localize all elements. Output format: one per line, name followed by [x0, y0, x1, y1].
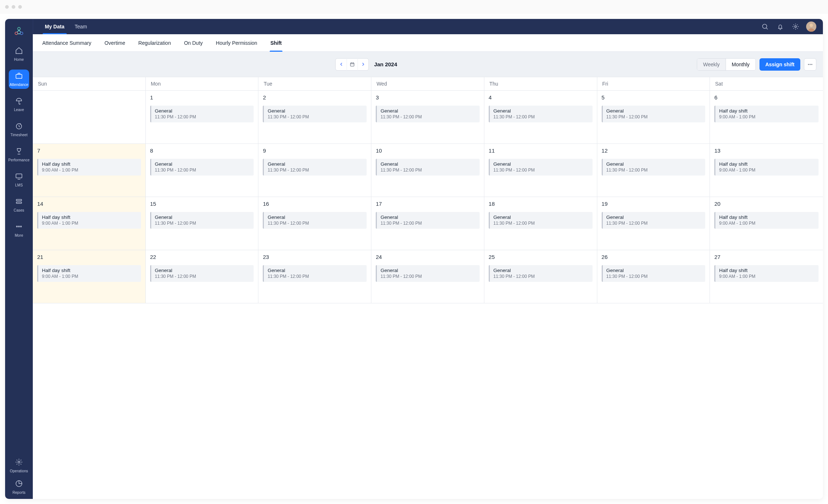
calendar-cell[interactable]: 11General11:30 PM - 12:00 PM — [484, 144, 597, 197]
calendar-cell[interactable]: 14Half day shift9:00 AM - 1:00 PM — [33, 197, 146, 250]
shift-chip[interactable]: General11:30 PM - 12:00 PM — [489, 106, 593, 122]
shift-chip[interactable]: General11:30 PM - 12:00 PM — [602, 212, 706, 229]
calendar-icon[interactable] — [347, 58, 358, 71]
svg-point-9 — [19, 226, 20, 227]
sidebar-item-home[interactable]: Home — [9, 44, 29, 64]
shift-time: 11:30 PM - 12:00 PM — [493, 221, 589, 226]
day-number: 25 — [489, 254, 593, 260]
sidebar-item-cases[interactable]: Cases — [9, 195, 29, 214]
tab-my-data[interactable]: My Data — [40, 19, 70, 34]
shift-chip[interactable]: General11:30 PM - 12:00 PM — [150, 159, 254, 176]
shift-chip[interactable]: Half day shift9:00 AM - 1:00 PM — [714, 159, 819, 176]
shift-chip[interactable]: General11:30 PM - 12:00 PM — [376, 159, 480, 176]
shift-chip[interactable]: General11:30 PM - 12:00 PM — [150, 212, 254, 229]
next-month-button[interactable] — [358, 58, 368, 71]
shift-chip[interactable]: General11:30 PM - 12:00 PM — [263, 159, 367, 176]
calendar-cell[interactable]: 25General11:30 PM - 12:00 PM — [484, 250, 597, 303]
calendar-cell[interactable]: 16General11:30 PM - 12:00 PM — [258, 197, 371, 250]
svg-point-11 — [18, 461, 20, 463]
shift-chip[interactable]: General11:30 PM - 12:00 PM — [489, 212, 593, 229]
subtabs: Attendance Summary Overtime Regularizati… — [33, 34, 823, 52]
view-toggle-weekly[interactable]: Weekly — [697, 59, 726, 70]
search-icon[interactable] — [761, 23, 769, 31]
shift-chip[interactable]: Half day shift9:00 AM - 1:00 PM — [714, 212, 819, 229]
sidebar-item-operations[interactable]: Operations — [9, 456, 29, 475]
calendar-cell[interactable]: 12General11:30 PM - 12:00 PM — [597, 144, 710, 197]
calendar-cell[interactable]: 19General11:30 PM - 12:00 PM — [597, 197, 710, 250]
shift-chip[interactable]: General11:30 PM - 12:00 PM — [602, 265, 706, 282]
assign-shift-button[interactable]: Assign shift — [759, 58, 800, 71]
shift-chip[interactable]: General11:30 PM - 12:00 PM — [602, 106, 706, 122]
calendar-cell[interactable]: 1General11:30 PM - 12:00 PM — [146, 91, 259, 144]
shift-title: General — [155, 108, 250, 114]
calendar-cell[interactable]: 8General11:30 PM - 12:00 PM — [146, 144, 259, 197]
sidebar-item-more[interactable]: More — [9, 220, 29, 240]
tab-label: Team — [75, 24, 87, 29]
shift-chip[interactable]: General11:30 PM - 12:00 PM — [263, 106, 367, 122]
calendar-cell[interactable]: 21Half day shift9:00 AM - 1:00 PM — [33, 250, 146, 303]
subtab-regularization[interactable]: Regularization — [132, 34, 177, 52]
shift-chip[interactable]: Half day shift9:00 AM - 1:00 PM — [714, 265, 819, 282]
subtab-attendance-summary[interactable]: Attendance Summary — [36, 34, 98, 52]
calendar-cell[interactable]: 27Half day shift9:00 AM - 1:00 PM — [710, 250, 823, 303]
sidebar-item-lms[interactable]: LMS — [9, 170, 29, 189]
shift-chip[interactable]: General11:30 PM - 12:00 PM — [150, 106, 254, 122]
calendar-cell[interactable]: 9General11:30 PM - 12:00 PM — [258, 144, 371, 197]
calendar-cell[interactable]: 3General11:30 PM - 12:00 PM — [371, 91, 484, 144]
shift-chip[interactable]: Half day shift9:00 AM - 1:00 PM — [714, 106, 819, 122]
subtab-overtime[interactable]: Overtime — [98, 34, 132, 52]
shift-chip[interactable]: General11:30 PM - 12:00 PM — [376, 212, 480, 229]
calendar-cell[interactable]: 13Half day shift9:00 AM - 1:00 PM — [710, 144, 823, 197]
shift-chip[interactable]: General11:30 PM - 12:00 PM — [376, 265, 480, 282]
more-actions-button[interactable] — [804, 58, 816, 71]
calendar-cell[interactable]: 26General11:30 PM - 12:00 PM — [597, 250, 710, 303]
day-number: 14 — [37, 201, 141, 207]
calendar-cell[interactable]: 15General11:30 PM - 12:00 PM — [146, 197, 259, 250]
shift-chip[interactable]: General11:30 PM - 12:00 PM — [263, 212, 367, 229]
calendar-cell[interactable]: 7Half day shift9:00 AM - 1:00 PM — [33, 144, 146, 197]
view-toggle-monthly[interactable]: Monthly — [726, 59, 755, 70]
sidebar-item-leave[interactable]: Leave — [9, 95, 29, 114]
sidebar-item-attendance[interactable]: Attendance — [9, 70, 29, 89]
home-icon — [15, 47, 23, 55]
day-number: 26 — [602, 254, 706, 260]
subtab-on-duty[interactable]: On Duty — [177, 34, 209, 52]
prev-month-button[interactable] — [336, 58, 347, 71]
calendar-cell[interactable]: 24General11:30 PM - 12:00 PM — [371, 250, 484, 303]
bell-icon[interactable] — [776, 23, 784, 31]
calendar-cell[interactable]: 18General11:30 PM - 12:00 PM — [484, 197, 597, 250]
calendar-cell[interactable]: 20Half day shift9:00 AM - 1:00 PM — [710, 197, 823, 250]
shift-chip[interactable]: General11:30 PM - 12:00 PM — [602, 159, 706, 176]
settings-icon[interactable] — [792, 23, 800, 31]
calendar-cell[interactable]: 2General11:30 PM - 12:00 PM — [258, 91, 371, 144]
calendar-cell[interactable]: 4General11:30 PM - 12:00 PM — [484, 91, 597, 144]
shift-chip[interactable]: Half day shift9:00 AM - 1:00 PM — [37, 265, 141, 282]
calendar-cell[interactable]: 23General11:30 PM - 12:00 PM — [258, 250, 371, 303]
calendar-cell[interactable] — [33, 91, 146, 144]
day-number: 5 — [602, 94, 706, 101]
subtab-label: Hourly Permission — [216, 40, 257, 46]
shift-chip[interactable]: Half day shift9:00 AM - 1:00 PM — [37, 212, 141, 229]
day-number: 6 — [714, 94, 819, 101]
shift-chip[interactable]: General11:30 PM - 12:00 PM — [150, 265, 254, 282]
sidebar-item-reports[interactable]: Reports — [9, 477, 29, 497]
calendar-cell[interactable]: 10General11:30 PM - 12:00 PM — [371, 144, 484, 197]
shift-chip[interactable]: General11:30 PM - 12:00 PM — [489, 159, 593, 176]
shift-time: 11:30 PM - 12:00 PM — [493, 114, 589, 119]
calendar-cell[interactable]: 5General11:30 PM - 12:00 PM — [597, 91, 710, 144]
avatar[interactable] — [806, 21, 816, 32]
subtab-shift[interactable]: Shift — [264, 34, 288, 52]
calendar-cell[interactable]: 6Half day shift9:00 AM - 1:00 PM — [710, 91, 823, 144]
svg-point-17 — [808, 64, 809, 65]
shift-chip[interactable]: General11:30 PM - 12:00 PM — [263, 265, 367, 282]
calendar-cell[interactable]: 22General11:30 PM - 12:00 PM — [146, 250, 259, 303]
subtab-hourly-permission[interactable]: Hourly Permission — [209, 34, 264, 52]
sidebar-item-performance[interactable]: Performance — [9, 145, 29, 164]
calendar-cell[interactable]: 17General11:30 PM - 12:00 PM — [371, 197, 484, 250]
sidebar-item-timesheet[interactable]: Timesheet — [9, 120, 29, 139]
shift-chip[interactable]: General11:30 PM - 12:00 PM — [376, 106, 480, 122]
shift-chip[interactable]: Half day shift9:00 AM - 1:00 PM — [37, 159, 141, 176]
svg-point-10 — [20, 226, 22, 227]
tab-team[interactable]: Team — [70, 19, 92, 34]
shift-chip[interactable]: General11:30 PM - 12:00 PM — [489, 265, 593, 282]
